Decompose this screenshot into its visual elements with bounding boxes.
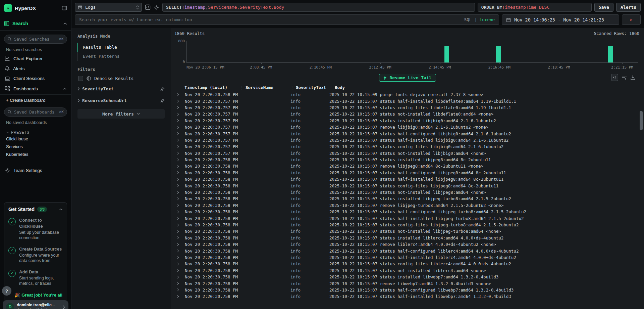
table-row[interactable]: Nov 20 2:20:30.757 PMinfo2025-10-22 10:1…: [173, 124, 644, 130]
col-servicename[interactable]: ⋮ServiceName: [240, 85, 290, 90]
table-row[interactable]: Nov 20 2:20:30.757 PMinfo2025-10-22 10:1…: [173, 111, 644, 117]
row-expand-icon[interactable]: [173, 146, 182, 148]
row-expand-icon[interactable]: [173, 211, 182, 213]
row-expand-icon[interactable]: [173, 289, 182, 291]
table-row[interactable]: Nov 20 2:20:30.757 PMinfo2025-10-22 10:1…: [173, 143, 644, 150]
run-query-button[interactable]: ▷: [622, 14, 641, 25]
select-columns-input[interactable]: SELECT Timestamp,ServiceName,SeverityTex…: [162, 3, 475, 12]
table-row[interactable]: Nov 20 2:20:30.758 PMinfo2025-10-22 10:1…: [173, 91, 644, 98]
help-button[interactable]: ?: [2, 286, 11, 296]
date-range-picker[interactable]: Nov 20 14:06:25 - Nov 20 14:21:25: [502, 14, 619, 25]
sidebar-item-chart-explorer[interactable]: Chart Explorer: [4, 53, 67, 63]
sql-toggle[interactable]: SQL: [464, 17, 472, 22]
table-row[interactable]: Nov 20 2:20:30.758 PMinfo2025-10-22 10:1…: [173, 170, 644, 176]
table-row[interactable]: Nov 20 2:20:30.758 PMinfo2025-10-22 10:1…: [173, 267, 644, 274]
sidebar-item-search[interactable]: Search: [4, 21, 67, 30]
table-row[interactable]: Nov 20 2:20:30.758 PMinfo2025-10-22 10:1…: [173, 182, 644, 189]
row-expand-icon[interactable]: [173, 230, 182, 232]
source-select[interactable]: Logs: [75, 3, 142, 12]
lucene-toggle[interactable]: Lucene: [480, 17, 495, 22]
row-expand-icon[interactable]: [173, 172, 182, 174]
resume-live-tail-button[interactable]: Resume Live Tail: [379, 74, 436, 82]
sidebar-item-client-sessions[interactable]: Client Sessions: [4, 74, 67, 83]
sidebar-item-team-settings[interactable]: Team Settings: [4, 166, 67, 175]
analysis-mode-results-table[interactable]: Results Table: [77, 43, 165, 52]
table-row[interactable]: Nov 20 2:20:30.757 PMinfo2025-10-22 10:1…: [173, 118, 644, 124]
table-row[interactable]: Nov 20 2:20:30.757 PMinfo2025-10-22 10:1…: [173, 150, 644, 157]
table-row[interactable]: Nov 20 2:20:30.758 PMinfo2025-10-22 10:1…: [173, 195, 644, 202]
row-expand-icon[interactable]: [173, 106, 182, 108]
row-expand-icon[interactable]: [173, 113, 182, 115]
table-row[interactable]: Nov 20 2:20:30.758 PMinfo2025-10-22 10:1…: [173, 228, 644, 234]
row-expand-icon[interactable]: [173, 100, 182, 102]
pin-icon[interactable]: [160, 87, 165, 91]
table-row[interactable]: Nov 20 2:20:30.758 PMinfo2025-10-22 10:1…: [173, 163, 644, 169]
histogram-bar[interactable]: [496, 46, 501, 62]
sidebar-item-dashboards[interactable]: Dashboards: [4, 83, 67, 94]
table-row[interactable]: Nov 20 2:20:30.758 PMinfo2025-10-22 10:1…: [173, 293, 644, 300]
row-expand-icon[interactable]: [173, 185, 182, 187]
code-toggle-icon[interactable]: [145, 4, 151, 10]
table-row[interactable]: Nov 20 2:20:30.757 PMinfo2025-10-22 10:1…: [173, 137, 644, 143]
table-row[interactable]: Nov 20 2:20:30.758 PMinfo2025-10-22 10:1…: [173, 241, 644, 248]
save-button[interactable]: Save: [594, 3, 613, 12]
preset-clickhouse[interactable]: ClickHouse: [4, 135, 67, 143]
table-row[interactable]: Nov 20 2:20:30.757 PMinfo2025-10-22 10:1…: [173, 98, 644, 104]
get-started-item[interactable]: ✓Add DataStart sending logs, metrics, or…: [8, 269, 63, 286]
table-row[interactable]: Nov 20 2:20:30.757 PMinfo2025-10-22 10:1…: [173, 104, 644, 111]
saved-searches-input[interactable]: Saved Searches ⌘K: [4, 35, 67, 44]
denoise-checkbox[interactable]: [78, 76, 83, 81]
col-body[interactable]: ⋮Body: [329, 85, 644, 90]
row-expand-icon[interactable]: [173, 204, 182, 206]
table-row[interactable]: Nov 20 2:20:30.758 PMinfo2025-10-22 10:1…: [173, 202, 644, 209]
filter-group-severitytext[interactable]: SeverityText: [77, 83, 165, 95]
table-row[interactable]: Nov 20 2:20:30.758 PMinfo2025-10-22 10:1…: [173, 157, 644, 163]
row-expand-icon[interactable]: [173, 217, 182, 219]
col-severitytext[interactable]: ⋮SeverityText: [290, 85, 329, 90]
chevron-up-icon[interactable]: [59, 208, 63, 211]
create-dashboard-button[interactable]: + Create Dashboard: [4, 95, 67, 103]
row-expand-icon[interactable]: [173, 269, 182, 271]
analysis-mode-event-patterns[interactable]: Event Patterns: [77, 52, 165, 61]
row-expand-icon[interactable]: [173, 244, 182, 246]
order-by-input[interactable]: ORDER BY TimestampTime DESC: [478, 3, 592, 12]
row-expand-icon[interactable]: [173, 165, 182, 167]
row-expand-icon[interactable]: [173, 237, 182, 239]
saved-dashboards-input[interactable]: Saved Dashboards ⌘K: [4, 107, 67, 117]
table-row[interactable]: Nov 20 2:20:30.758 PMinfo2025-10-22 10:1…: [173, 248, 644, 254]
table-row[interactable]: Nov 20 2:20:30.758 PMinfo2025-10-22 10:1…: [173, 222, 644, 228]
table-row[interactable]: Nov 20 2:20:30.758 PMinfo2025-10-22 10:1…: [173, 280, 644, 286]
settings-gear-icon[interactable]: [154, 4, 160, 10]
histogram-bar[interactable]: [608, 46, 613, 62]
col-timestamp[interactable]: Timestamp (Local): [182, 85, 240, 90]
table-row[interactable]: Nov 20 2:20:30.758 PMinfo2025-10-22 10:1…: [173, 215, 644, 221]
table-row[interactable]: Nov 20 2:20:30.758 PMinfo2025-10-22 10:1…: [173, 254, 644, 261]
sidebar-item-alerts[interactable]: Alerts: [4, 63, 67, 74]
row-expand-icon[interactable]: [173, 224, 182, 226]
row-expand-icon[interactable]: [173, 126, 182, 128]
row-expand-icon[interactable]: [173, 159, 182, 161]
get-started-item[interactable]: ✓Create Data SourcesConfigure where your…: [8, 246, 63, 264]
alerts-button[interactable]: Alerts: [616, 3, 641, 12]
event-search-input[interactable]: Search your events w/ Lucene ex. column:…: [75, 14, 499, 25]
more-filters-button[interactable]: More filters: [77, 109, 165, 119]
table-row[interactable]: Nov 20 2:20:30.758 PMinfo2025-10-22 10:1…: [173, 209, 644, 215]
get-started-item[interactable]: ✓Connect to ClickHouseSet up your databa…: [8, 217, 63, 241]
table-row[interactable]: Nov 20 2:20:30.758 PMinfo2025-10-22 10:1…: [173, 261, 644, 267]
pin-icon[interactable]: [160, 98, 165, 103]
app-logo[interactable]: HyperDX: [4, 4, 67, 12]
histogram-bar[interactable]: [444, 46, 449, 62]
download-icon[interactable]: [630, 75, 635, 80]
preset-services[interactable]: Services: [4, 143, 67, 150]
sidebar-collapse-icon[interactable]: [62, 5, 67, 11]
table-row[interactable]: Nov 20 2:20:30.758 PMinfo2025-10-22 10:1…: [173, 235, 644, 241]
row-expand-icon[interactable]: [173, 250, 182, 252]
preset-kubernetes[interactable]: Kubernetes: [4, 150, 67, 158]
row-expand-icon[interactable]: [173, 296, 182, 298]
row-expand-icon[interactable]: [173, 178, 182, 180]
scrollbar[interactable]: [640, 111, 643, 308]
filter-group-resourceschemaurl[interactable]: ResourceSchemaUrl: [77, 95, 165, 106]
row-expand-icon[interactable]: [173, 282, 182, 284]
row-expand-icon[interactable]: [173, 133, 182, 135]
row-expand-icon[interactable]: [173, 198, 182, 200]
